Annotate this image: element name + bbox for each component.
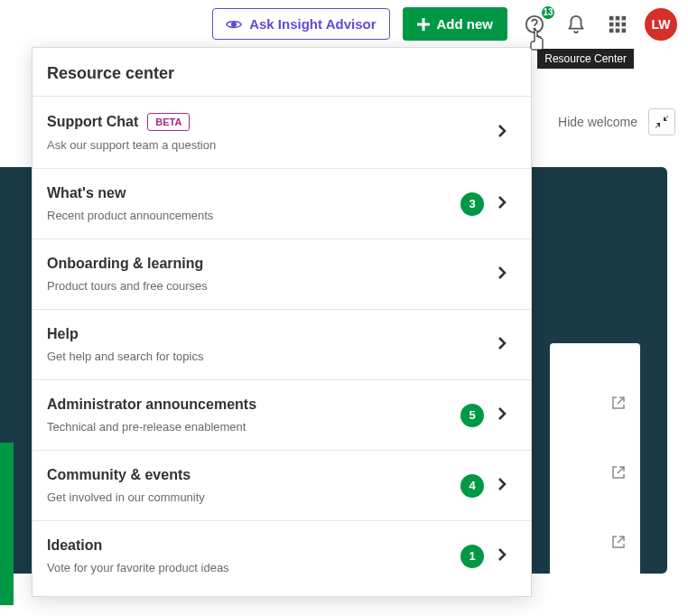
- item-desc: Get involved in our community: [47, 490, 450, 504]
- item-title: Community & events: [47, 467, 450, 483]
- beta-badge: BETA: [147, 113, 190, 131]
- item-desc: Get help and search for topics: [47, 350, 484, 363]
- eye-icon: [226, 18, 242, 31]
- item-title: Support Chat: [47, 114, 138, 130]
- item-title: Onboarding & learning: [47, 256, 484, 272]
- item-title: Ideation: [47, 537, 450, 554]
- avatar-initials: LW: [652, 17, 671, 32]
- welcome-bar: Hide welcome: [545, 99, 688, 145]
- hide-welcome-label[interactable]: Hide welcome: [558, 115, 637, 129]
- chevron-right-icon: [495, 336, 509, 354]
- item-desc: Ask our support team a question: [47, 138, 484, 152]
- panel-body[interactable]: Support Chat BETA Ask our support team a…: [33, 96, 531, 596]
- svg-rect-13: [622, 28, 627, 33]
- add-label: Add new: [437, 16, 494, 32]
- plus-icon: [417, 18, 430, 31]
- apps-button[interactable]: [603, 10, 632, 39]
- item-text: What's new Recent product announcements: [47, 185, 450, 222]
- chevron-right-icon: [495, 477, 509, 495]
- chevron-right-icon: [495, 195, 509, 213]
- item-desc: Recent product announcements: [47, 209, 450, 222]
- item-help[interactable]: Help Get help and search for topics: [33, 309, 531, 379]
- count-badge: 5: [460, 404, 484, 427]
- grid-icon: [608, 14, 628, 34]
- external-link-icon: [611, 465, 626, 480]
- collapse-button[interactable]: [648, 108, 675, 135]
- notifications-button[interactable]: [562, 10, 590, 39]
- count-badge: 1: [460, 545, 484, 568]
- add-new-button[interactable]: Add new: [403, 7, 508, 41]
- chevron-right-icon: [495, 266, 509, 284]
- item-title: Administrator announcements: [47, 397, 450, 413]
- ask-label: Ask Insight Advisor: [249, 16, 376, 32]
- background-green-strip: [0, 443, 14, 605]
- svg-rect-9: [616, 22, 620, 26]
- avatar[interactable]: LW: [645, 8, 677, 41]
- item-onboarding[interactable]: Onboarding & learning Product tours and …: [33, 238, 531, 309]
- item-text: Ideation Vote for your favorite product …: [47, 537, 450, 574]
- item-text: Community & events Get involved in our c…: [47, 467, 450, 504]
- topbar: Ask Insight Advisor Add new 13 LW: [0, 0, 688, 48]
- item-support-chat[interactable]: Support Chat BETA Ask our support team a…: [33, 96, 531, 168]
- item-desc: Vote for your favorite product ideas: [47, 561, 450, 574]
- svg-rect-6: [616, 15, 620, 20]
- external-link-3[interactable]: [611, 535, 626, 553]
- tooltip: Resource Center: [537, 49, 634, 69]
- item-title: What's new: [47, 185, 450, 201]
- chevron-right-icon: [495, 406, 509, 425]
- svg-rect-12: [616, 28, 620, 33]
- item-text: Administrator announcements Technical an…: [47, 397, 450, 434]
- item-desc: Technical and pre-release enablement: [47, 420, 450, 434]
- svg-rect-5: [609, 15, 614, 20]
- external-link-2[interactable]: [611, 465, 626, 483]
- background-card: [550, 343, 640, 605]
- svg-rect-11: [609, 28, 614, 33]
- item-whats-new[interactable]: What's new Recent product announcements …: [33, 168, 531, 238]
- ask-insight-advisor-button[interactable]: Ask Insight Advisor: [212, 8, 389, 40]
- help-badge: 13: [540, 5, 556, 21]
- svg-point-4: [534, 28, 535, 29]
- external-link-icon: [611, 396, 626, 410]
- svg-rect-10: [622, 22, 627, 26]
- bell-icon: [566, 14, 586, 34]
- external-link-icon: [611, 535, 626, 549]
- help-button[interactable]: 13: [520, 10, 549, 39]
- item-title: Help: [47, 326, 484, 342]
- collapse-icon: [655, 116, 668, 128]
- count-badge: 4: [460, 474, 484, 498]
- item-community[interactable]: Community & events Get involved in our c…: [33, 450, 531, 520]
- item-text: Help Get help and search for topics: [47, 326, 484, 363]
- external-link-1[interactable]: [611, 396, 626, 414]
- item-admin-announcements[interactable]: Administrator announcements Technical an…: [33, 379, 531, 450]
- chevron-right-icon: [495, 547, 509, 565]
- count-badge: 3: [460, 192, 484, 216]
- item-text: Support Chat BETA Ask our support team a…: [47, 113, 484, 152]
- panel-title: Resource center: [33, 48, 531, 96]
- item-desc: Product tours and free courses: [47, 279, 484, 293]
- svg-rect-7: [622, 15, 627, 20]
- chevron-right-icon: [495, 124, 509, 142]
- svg-point-0: [232, 22, 237, 26]
- item-ideation[interactable]: Ideation Vote for your favorite product …: [33, 520, 531, 591]
- svg-rect-8: [609, 22, 614, 26]
- resource-center-panel: Resource center Support Chat BETA Ask ou…: [32, 47, 532, 597]
- item-text: Onboarding & learning Product tours and …: [47, 256, 484, 293]
